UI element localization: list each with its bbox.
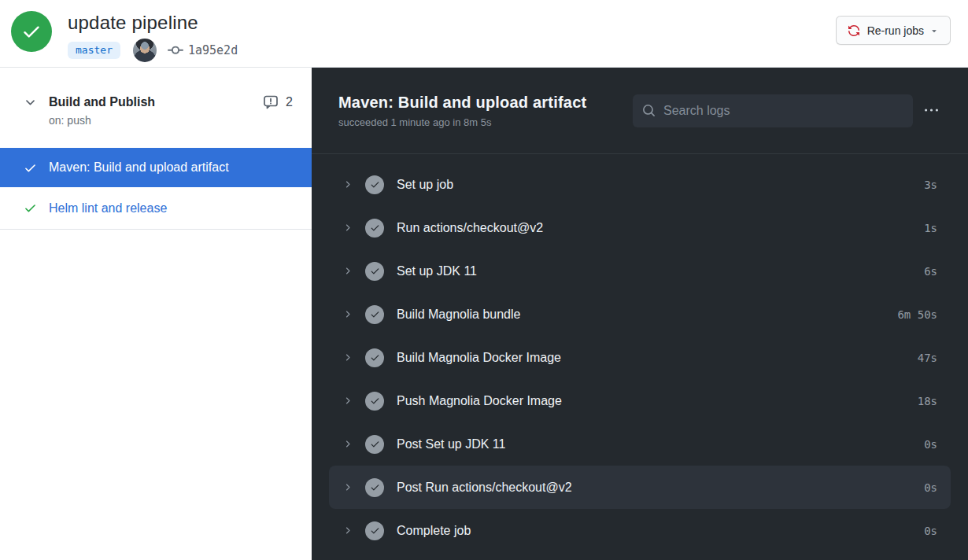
run-header: update pipeline master 1a95e2d Re-run jo…: [0, 0, 968, 68]
step-row[interactable]: Build Magnolia bundle 6m 50s: [329, 293, 951, 336]
run-title: update pipeline: [68, 11, 238, 35]
job-status-line: succeeded 1 minute ago in 8m 5s: [338, 116, 633, 128]
job-log-panel: Maven: Build and upload artifact succeed…: [312, 68, 968, 560]
step-name: Build Magnolia bundle: [397, 308, 888, 322]
search-logs-box[interactable]: [633, 94, 913, 127]
job-title: Maven: Build and upload artifact: [338, 94, 633, 112]
step-duration: 18s: [918, 395, 937, 407]
step-success-icon: [365, 521, 384, 540]
workflow-trigger: on: push: [49, 114, 293, 127]
job-name: Helm lint and release: [49, 201, 167, 216]
step-success-icon: [365, 435, 384, 454]
job-list: Maven: Build and upload artifact Helm li…: [0, 148, 312, 230]
avatar[interactable]: [133, 39, 157, 62]
annotations-indicator[interactable]: 2: [263, 94, 293, 110]
step-list: Set up job 3s Run actions/checkout@v2 1s…: [312, 154, 968, 552]
step-duration: 1s: [924, 222, 937, 234]
step-name: Set up JDK 11: [397, 264, 914, 278]
branch-badge[interactable]: master: [68, 42, 120, 59]
step-success-icon: [365, 219, 384, 238]
step-row[interactable]: Build Magnolia Docker Image 47s: [329, 336, 951, 379]
rerun-jobs-button[interactable]: Re-run jobs: [836, 16, 951, 45]
step-name: Set up job: [397, 178, 914, 192]
step-row[interactable]: Complete job 0s: [329, 509, 951, 552]
step-name: Post Set up JDK 11: [397, 437, 914, 451]
step-duration: 6m 50s: [897, 308, 937, 321]
sidebar-job-item[interactable]: Helm lint and release: [0, 187, 312, 230]
chevron-right-icon[interactable]: [342, 179, 353, 190]
step-success-icon: [365, 348, 384, 367]
step-name: Build Magnolia Docker Image: [397, 351, 908, 365]
commit-link[interactable]: 1a95e2d: [168, 42, 238, 58]
search-logs-input[interactable]: [663, 104, 903, 118]
step-row[interactable]: Set up JDK 11 6s: [329, 249, 951, 293]
comment-alert-icon: [263, 94, 279, 110]
step-success-icon: [365, 392, 384, 411]
chevron-down-icon: [929, 26, 939, 35]
sync-icon: [848, 24, 860, 37]
step-duration: 0s: [924, 438, 937, 451]
rerun-jobs-label: Re-run jobs: [867, 24, 924, 37]
step-name: Run actions/checkout@v2: [397, 221, 914, 235]
commit-sha: 1a95e2d: [188, 43, 238, 57]
chevron-right-icon[interactable]: [342, 482, 353, 492]
step-duration: 47s: [918, 352, 937, 364]
log-settings-button[interactable]: [913, 94, 949, 127]
chevron-right-icon[interactable]: [342, 439, 353, 449]
check-icon: [24, 201, 37, 215]
step-name: Post Run actions/checkout@v2: [397, 481, 914, 495]
step-success-icon: [365, 175, 384, 194]
workflow-name: Build and Publish: [49, 95, 263, 109]
chevron-right-icon[interactable]: [342, 396, 353, 406]
chevron-right-icon[interactable]: [342, 352, 353, 363]
git-commit-icon: [168, 42, 183, 58]
chevron-down-icon[interactable]: [24, 96, 37, 109]
step-success-icon: [365, 478, 384, 497]
step-row[interactable]: Set up job 3s: [329, 163, 951, 206]
workflow-sidebar: Build and Publish 2 on: push Maven: Buil…: [0, 68, 312, 560]
chevron-right-icon[interactable]: [342, 266, 353, 276]
step-row[interactable]: Post Run actions/checkout@v2 0s: [329, 466, 951, 509]
step-row[interactable]: Run actions/checkout@v2 1s: [329, 206, 951, 249]
chevron-right-icon[interactable]: [342, 309, 353, 319]
step-success-icon: [365, 262, 384, 281]
step-duration: 3s: [924, 179, 937, 191]
job-name: Maven: Build and upload artifact: [49, 160, 229, 175]
annotations-count: 2: [286, 95, 293, 109]
step-duration: 6s: [924, 265, 937, 278]
sidebar-job-item[interactable]: Maven: Build and upload artifact: [0, 148, 312, 187]
step-row[interactable]: Push Magnolia Docker Image 18s: [329, 379, 951, 422]
step-name: Complete job: [397, 524, 914, 538]
kebab-horizontal-icon: [925, 104, 938, 117]
run-status-success-icon: [11, 11, 52, 52]
step-duration: 0s: [924, 525, 937, 537]
search-icon: [642, 104, 656, 117]
step-duration: 0s: [924, 481, 937, 494]
check-icon: [24, 161, 37, 175]
chevron-right-icon[interactable]: [342, 525, 353, 536]
chevron-right-icon[interactable]: [342, 223, 353, 233]
step-name: Push Magnolia Docker Image: [397, 394, 908, 408]
step-row[interactable]: Post Set up JDK 11 0s: [329, 422, 951, 466]
step-success-icon: [365, 305, 384, 324]
